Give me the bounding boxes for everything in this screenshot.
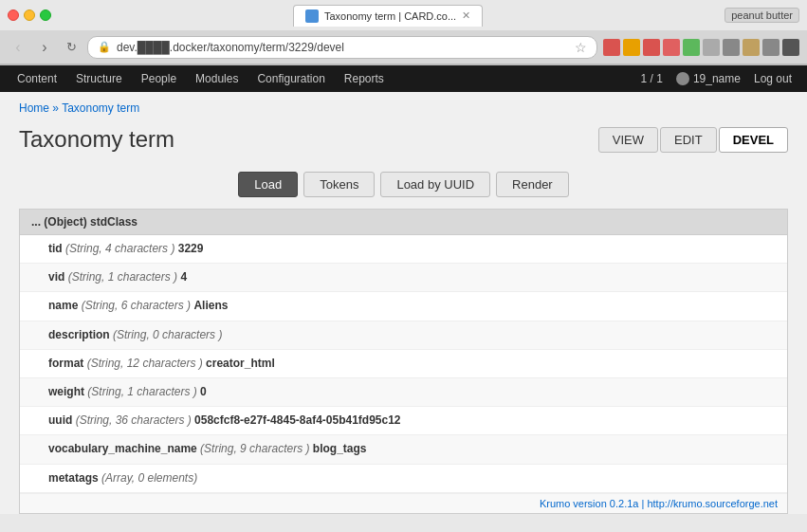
browser-tab[interactable]: Taxonomy term | CARD.co... ✕	[293, 5, 483, 27]
address-bar: ‹ › ↻ 🔒 dev.████.docker/taxonomy/term/32…	[0, 30, 807, 64]
action-bar: Load Tokens Load by UUID Render	[0, 164, 807, 209]
field-meta-vocabulary: (String, 9 characters )	[200, 442, 313, 455]
maximize-button[interactable]	[40, 9, 51, 21]
admin-counter: 1 / 1	[633, 72, 670, 85]
ext-icon-10[interactable]	[782, 39, 799, 56]
field-value-name: Aliens	[193, 299, 228, 312]
nav-reports[interactable]: Reports	[335, 65, 394, 92]
ext-icon-1[interactable]	[603, 39, 620, 56]
field-name-metatags: metatags	[48, 471, 99, 485]
user-badge: peanut butter	[724, 8, 799, 23]
table-row: vid (String, 1 characters ) 4	[20, 264, 787, 292]
data-header: ... (Object) stdClass	[20, 210, 787, 235]
ext-icon-6[interactable]	[703, 39, 720, 56]
page-header: Taxonomy term VIEW EDIT DEVEL	[0, 119, 807, 164]
tab-view[interactable]: VIEW	[598, 127, 658, 153]
tab-close-icon[interactable]: ✕	[462, 9, 470, 22]
minimize-button[interactable]	[24, 9, 35, 21]
nav-content[interactable]: Content	[8, 65, 66, 92]
action-tokens[interactable]: Tokens	[303, 172, 375, 197]
lock-icon: 🔒	[98, 41, 111, 53]
krumo-version: Krumo version 0.2.1a	[540, 498, 639, 509]
view-tabs: VIEW EDIT DEVEL	[598, 127, 788, 153]
table-row: tid (String, 4 characters ) 3229	[20, 235, 787, 264]
ext-icon-5[interactable]	[683, 39, 700, 56]
field-meta-format: (String, 12 characters )	[87, 357, 206, 370]
ext-icon-3[interactable]	[643, 39, 660, 56]
nav-people[interactable]: People	[132, 65, 186, 92]
page-content: Home » Taxonomy term Taxonomy term VIEW …	[0, 92, 807, 514]
user-icon	[676, 72, 689, 85]
field-name-uuid: uuid	[48, 413, 72, 427]
field-value-vocabulary: blog_tags	[313, 442, 367, 455]
field-name-format: format	[48, 357, 83, 370]
back-button[interactable]: ‹	[8, 37, 28, 58]
page-title: Taxonomy term	[19, 126, 174, 153]
tab-edit[interactable]: EDIT	[660, 127, 717, 153]
table-row: uuid (String, 36 characters ) 058cfcf8-e…	[20, 407, 787, 435]
tab-favicon	[305, 9, 319, 23]
field-value-tid: 3229	[178, 242, 204, 255]
bookmark-icon[interactable]: ☆	[575, 40, 587, 55]
url-bar[interactable]: 🔒 dev.████.docker/taxonomy/term/3229/dev…	[87, 36, 597, 59]
table-row: name (String, 6 characters ) Aliens	[20, 292, 787, 321]
breadcrumb-current: Taxonomy term	[62, 101, 139, 115]
field-value-vid: 4	[180, 270, 187, 284]
extension-icons	[603, 39, 799, 56]
field-meta-description: (String, 0 characters )	[113, 328, 222, 341]
field-meta-name: (String, 6 characters )	[82, 299, 194, 312]
field-name-name: name	[48, 299, 78, 312]
breadcrumb-home[interactable]: Home	[19, 101, 49, 115]
field-value-format: creator_html	[206, 357, 275, 370]
field-name-description: description	[48, 328, 110, 341]
nav-configuration[interactable]: Configuration	[248, 65, 334, 92]
refresh-button[interactable]: ↻	[61, 37, 82, 58]
forward-button[interactable]: ›	[34, 37, 55, 58]
browser-chrome: Taxonomy term | CARD.co... ✕ peanut butt…	[0, 0, 807, 65]
breadcrumb-separator: »	[52, 101, 59, 115]
krumo-link[interactable]: http://krumo.sourceforge.net	[647, 498, 778, 509]
ext-icon-8[interactable]	[743, 39, 760, 56]
field-meta-tid: (String, 4 characters )	[65, 242, 178, 255]
nav-structure[interactable]: Structure	[66, 65, 132, 92]
field-name-tid: tid	[48, 242, 63, 255]
table-row: weight (String, 1 characters ) 0	[20, 378, 787, 407]
krumo-footer: Krumo version 0.2.1a | http://krumo.sour…	[20, 493, 787, 513]
action-load[interactable]: Load	[238, 172, 298, 197]
breadcrumb: Home » Taxonomy term	[19, 101, 788, 115]
action-load-uuid[interactable]: Load by UUID	[380, 172, 490, 197]
close-button[interactable]	[8, 9, 19, 21]
ext-icon-7[interactable]	[723, 39, 740, 56]
tab-title: Taxonomy term | CARD.co...	[324, 10, 456, 22]
field-name-vocabulary: vocabulary_machine_name	[48, 442, 197, 455]
table-row: metatags (Array, 0 elements)	[20, 465, 787, 493]
traffic-lights	[8, 9, 51, 21]
field-value-weight: 0	[200, 385, 207, 398]
field-name-weight: weight	[48, 385, 84, 398]
admin-username: 19_name	[693, 72, 741, 85]
table-row: vocabulary_machine_name (String, 9 chara…	[20, 435, 787, 464]
ext-icon-9[interactable]	[762, 39, 779, 56]
breadcrumb-bar: Home » Taxonomy term	[0, 92, 807, 119]
data-container: ... (Object) stdClass tid (String, 4 cha…	[19, 209, 788, 514]
admin-user: 19_name	[670, 72, 746, 85]
url-text: dev.████.docker/taxonomy/term/3229/devel	[117, 41, 569, 54]
field-name-vid: vid	[48, 270, 64, 284]
field-meta-vid: (String, 1 characters )	[68, 270, 181, 284]
field-meta-metatags: (Array, 0 elements)	[101, 471, 197, 485]
table-row: format (String, 12 characters ) creator_…	[20, 350, 787, 378]
title-bar: Taxonomy term | CARD.co... ✕ peanut butt…	[0, 0, 807, 30]
tab-devel[interactable]: DEVEL	[719, 127, 788, 153]
field-meta-uuid: (String, 36 characters )	[76, 413, 194, 427]
logout-button[interactable]: Log out	[746, 72, 799, 85]
admin-bar: Content Structure People Modules Configu…	[0, 65, 807, 92]
admin-bar-right: 1 / 1 19_name Log out	[633, 72, 799, 85]
ext-icon-2[interactable]	[623, 39, 640, 56]
field-value-uuid: 058cfcf8-e27f-4845-8af4-05b41fd95c12	[194, 413, 400, 427]
field-meta-weight: (String, 1 characters )	[87, 385, 200, 398]
nav-modules[interactable]: Modules	[186, 65, 248, 92]
table-row: description (String, 0 characters )	[20, 321, 787, 350]
ext-icon-4[interactable]	[663, 39, 680, 56]
action-render[interactable]: Render	[496, 172, 569, 197]
